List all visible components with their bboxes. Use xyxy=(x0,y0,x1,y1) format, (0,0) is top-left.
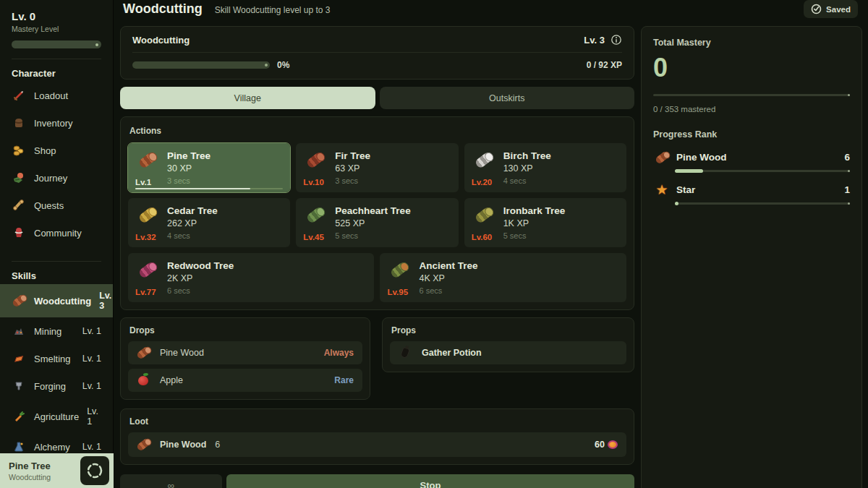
progress-thumb xyxy=(848,170,850,172)
loot-quantity: 6 xyxy=(215,440,220,450)
map-icon xyxy=(12,171,26,185)
action-time: 4 secs xyxy=(167,231,283,240)
mastery-progress-bar xyxy=(12,40,101,48)
skill-level: Lv. 1 xyxy=(82,354,101,364)
sidebar-item-journey[interactable]: Journey xyxy=(0,164,113,192)
action-card-redwood-tree[interactable]: Lv.77 Redwood Tree 2K XP 6 secs xyxy=(128,253,374,302)
sidebar-item-community[interactable]: Community xyxy=(0,219,113,247)
sidebar-item-agriculture[interactable]: Agriculture Lv. 1 xyxy=(0,400,113,433)
active-task-skill: Woodcutting xyxy=(9,473,80,481)
location-tabs: Village Outskirts xyxy=(120,87,634,109)
action-progress-bar xyxy=(135,188,283,189)
skill-xp-bar xyxy=(132,61,270,69)
action-card-ironbark-tree[interactable]: Lv.60 Ironbark Tree 1K XP 5 secs xyxy=(464,198,626,247)
sidebar-item-woodcutting[interactable]: Woodcutting Lv. 3 xyxy=(0,284,113,317)
check-circle-icon xyxy=(811,4,822,14)
action-xp: 262 XP xyxy=(167,218,283,228)
drop-rarity: Always xyxy=(324,348,354,358)
action-card-left: Lv.1 xyxy=(135,150,167,187)
action-card-pine-tree[interactable]: Lv.1 Pine Tree 30 XP 3 secs xyxy=(128,143,290,192)
rank-item-value: 6 xyxy=(844,152,850,163)
action-card-body: Ancient Tree 4K XP 6 secs xyxy=(419,260,619,296)
sidebar-item-label: Smelting xyxy=(34,354,75,364)
tab-outskirts[interactable]: Outskirts xyxy=(380,87,635,109)
info-icon[interactable] xyxy=(610,34,622,46)
action-card-left: Lv.45 xyxy=(303,205,335,241)
spinner-icon xyxy=(85,461,104,480)
sidebar-item-forging[interactable]: Forging Lv. 1 xyxy=(0,372,113,400)
skill-level: Lv. 3 xyxy=(99,291,111,311)
action-card-peachheart-tree[interactable]: Lv.45 Peachheart Tree 525 XP 5 secs xyxy=(296,198,458,247)
rank-item-value: 1 xyxy=(844,184,850,195)
action-card-left: Lv.77 xyxy=(135,260,167,296)
rank-item-pine-wood: Pine Wood 6 xyxy=(653,150,850,172)
loot-title: Loot xyxy=(128,415,626,432)
action-card-cedar-tree[interactable]: Lv.32 Cedar Tree 262 XP 4 secs xyxy=(128,198,290,247)
sidebar-item-quests[interactable]: Quests xyxy=(0,192,113,219)
pine-log-icon xyxy=(653,150,671,166)
sidebar-item-shop[interactable]: Shop xyxy=(0,137,113,164)
sidebar: Lv. 0 Mastery Level Character Loadout In… xyxy=(0,0,114,488)
action-controls: ∞ Stop xyxy=(120,474,634,488)
page-title: Woodcutting xyxy=(123,1,203,17)
skill-level-value: Lv. 3 xyxy=(584,35,605,46)
stop-button[interactable]: Stop xyxy=(226,474,634,488)
sidebar-item-label: Forging xyxy=(34,381,75,392)
loot-coin-value: 60 xyxy=(595,440,618,450)
ironbark-log-icon xyxy=(472,205,496,224)
skill-progress-percent: 0% xyxy=(277,60,289,70)
sidebar-item-smelting[interactable]: Smelting Lv. 1 xyxy=(0,345,113,372)
actions-grid: Lv.1 Pine Tree 30 XP 3 secs xyxy=(128,143,626,302)
sidebar-item-label: Shop xyxy=(34,145,101,156)
skill-panel-header: Woodcutting Lv. 3 xyxy=(132,34,622,53)
tab-village[interactable]: Village xyxy=(120,87,375,109)
content: Woodcutting Lv. 3 0% 0 / 92 XP Villag xyxy=(114,18,868,488)
action-time: 4 secs xyxy=(503,176,619,185)
sword-icon xyxy=(12,88,26,103)
action-card-fir-tree[interactable]: Lv.10 Fir Tree 63 XP 3 secs xyxy=(296,143,458,192)
drops-props-row: Drops Pine Wood Always Apple Rare xyxy=(120,317,634,400)
pine-log-icon xyxy=(134,435,153,454)
drop-rarity: Rare xyxy=(334,375,354,385)
action-name: Cedar Tree xyxy=(167,205,283,216)
prop-row-gather-potion: Gather Potion xyxy=(390,341,626,364)
action-time: 3 secs xyxy=(335,176,451,185)
sidebar-item-mining[interactable]: Mining Lv. 1 xyxy=(0,317,113,345)
infinite-repeat-button[interactable]: ∞ xyxy=(120,474,222,488)
active-task-spinner-box xyxy=(80,456,109,485)
drop-row-apple: Apple Rare xyxy=(128,369,362,392)
sidebar-item-label: Loadout xyxy=(34,90,101,101)
action-card-ancient-tree[interactable]: Lv.95 Ancient Tree 4K XP 6 secs xyxy=(380,253,626,302)
mastery-level-label: Mastery Level xyxy=(12,25,101,33)
sidebar-item-label: Journey xyxy=(34,173,101,184)
action-time: 6 secs xyxy=(167,286,367,295)
peachheart-log-icon xyxy=(303,205,328,224)
actions-panel: Actions Lv.1 Pine Tree 30 XP 3 secs xyxy=(120,116,634,310)
action-name: Ironbark Tree xyxy=(503,205,619,216)
action-card-left: Lv.10 xyxy=(303,150,335,187)
total-mastery-value: 0 xyxy=(653,53,850,82)
log-icon xyxy=(12,294,26,308)
ancient-log-icon xyxy=(387,260,412,279)
saved-label: Saved xyxy=(826,5,851,14)
sidebar-item-inventory[interactable]: Inventory xyxy=(0,109,113,137)
actions-title: Actions xyxy=(128,124,626,143)
drop-row-pine-wood: Pine Wood Always xyxy=(128,341,362,364)
skill-column: Woodcutting Lv. 3 0% 0 / 92 XP Villag xyxy=(120,26,634,488)
action-level: Lv.60 xyxy=(472,233,493,241)
action-card-birch-tree[interactable]: Lv.20 Birch Tree 130 XP 4 secs xyxy=(464,143,626,192)
sidebar-item-loadout[interactable]: Loadout xyxy=(0,82,113,109)
skill-xp-label: 0 / 92 XP xyxy=(587,60,622,70)
total-mastery-bar xyxy=(653,94,850,96)
pine-log-icon xyxy=(135,150,160,169)
action-xp: 525 XP xyxy=(335,218,451,228)
page-header: Woodcutting Skill Woodcutting level up t… xyxy=(114,0,868,18)
props-title: Props xyxy=(390,324,626,341)
action-card-body: Birch Tree 130 XP 4 secs xyxy=(503,150,619,187)
redwood-log-icon xyxy=(135,260,160,279)
drops-title: Drops xyxy=(128,324,362,341)
active-task-widget[interactable]: Pine Tree Woodcutting xyxy=(0,453,114,488)
rank-item-star: ★ Star 1 xyxy=(653,182,850,205)
action-time: 5 secs xyxy=(335,231,451,240)
action-name: Pine Tree xyxy=(167,150,283,161)
